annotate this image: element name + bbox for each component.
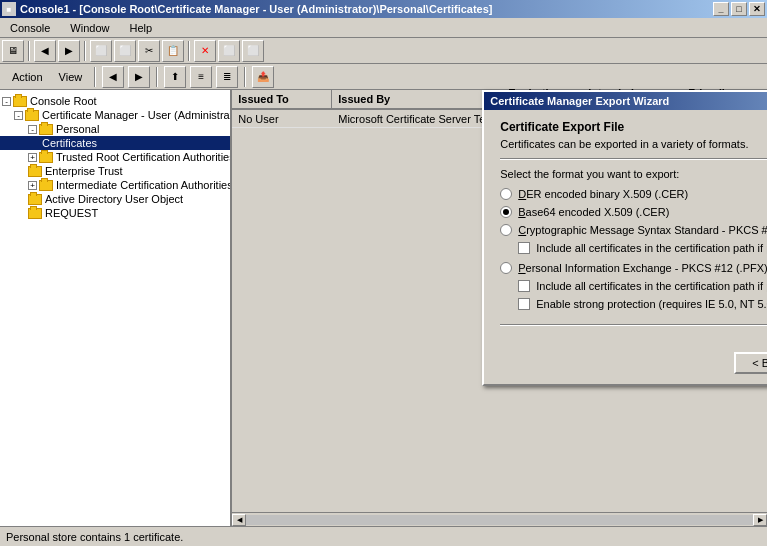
- checkbox-pfx-label2: Enable strong protection (requires IE 5.…: [536, 298, 767, 310]
- toolbar-icon-7[interactable]: ⬜: [242, 40, 264, 62]
- label-request: REQUEST: [45, 207, 98, 219]
- scroll-left-button[interactable]: ◀: [232, 514, 246, 526]
- folder-icon-console-root: [13, 96, 27, 107]
- folder-icon-active-directory: [28, 194, 42, 205]
- dialog-divider-1: [500, 158, 767, 160]
- label-console-root: Console Root: [30, 95, 97, 107]
- tree-item-intermediate-ca[interactable]: + Intermediate Certification Authorities: [0, 178, 230, 192]
- radio-item-pkcs7[interactable]: Cryptographic Message Syntax Standard - …: [500, 224, 767, 236]
- expander-personal[interactable]: -: [28, 125, 37, 134]
- menu-help[interactable]: Help: [123, 20, 158, 36]
- format-radio-group: DER encoded binary X.509 (.CER) Base64 e…: [500, 188, 767, 310]
- folder-icon-trusted-root: [39, 152, 53, 163]
- tree-item-certificates[interactable]: Certificates: [0, 136, 230, 150]
- toolbar-icon-4[interactable]: ✂: [138, 40, 160, 62]
- radio-base64-label: Base64 encoded X.509 (.CER): [518, 206, 669, 218]
- col-issued-by[interactable]: Issued By: [332, 90, 502, 108]
- toolbar-separator-2: [84, 41, 86, 61]
- toolbar-separator-3: [188, 41, 190, 61]
- window-title: Console1 - [Console Root\Certificate Man…: [20, 3, 492, 15]
- checkbox-pfx-box2[interactable]: [518, 298, 530, 310]
- tree-item-personal[interactable]: - Personal: [0, 122, 230, 136]
- toolbar-main: 🖥 ◀ ▶ ⬜ ⬜ ✂ 📋 ✕ ⬜ ⬜: [0, 38, 767, 64]
- dialog-divider-2: [500, 324, 767, 326]
- menu-console[interactable]: Console: [4, 20, 56, 36]
- radio-base64[interactable]: [500, 206, 512, 218]
- toolbar-separator-5: [156, 67, 158, 87]
- menu-window[interactable]: Window: [64, 20, 115, 36]
- cell-issued-by: Microsoft Certificate Server Test Group: [332, 113, 502, 125]
- status-text: Personal store contains 1 certificate.: [6, 531, 183, 543]
- action-menu[interactable]: Action: [6, 69, 49, 85]
- expander-console-root[interactable]: -: [2, 97, 11, 106]
- scroll-right-button[interactable]: ▶: [753, 514, 767, 526]
- tree-item-cert-manager[interactable]: - Certificate Manager - User (Administra…: [0, 108, 230, 122]
- toolbar-icon-6[interactable]: ⬜: [218, 40, 240, 62]
- checkbox-pfx-box1[interactable]: [518, 280, 530, 292]
- tree-item-enterprise-trust[interactable]: Enterprise Trust: [0, 164, 230, 178]
- label-enterprise-trust: Enterprise Trust: [45, 165, 123, 177]
- toolbar-icon-1[interactable]: 🖥: [2, 40, 24, 62]
- toolbar-separator-4: [94, 67, 96, 87]
- main-area: - Console Root - Certificate Manager - U…: [0, 90, 767, 526]
- view-menu[interactable]: View: [53, 69, 89, 85]
- radio-item-pfx[interactable]: Personal Information Exchange - PKCS #12…: [500, 262, 767, 274]
- minimize-button[interactable]: _: [713, 2, 729, 16]
- back-button[interactable]: < Back: [734, 352, 767, 374]
- left-panel: - Console Root - Certificate Manager - U…: [0, 90, 232, 526]
- toolbar-forward[interactable]: ▶: [58, 40, 80, 62]
- toolbar-forward2[interactable]: ▶: [128, 66, 150, 88]
- title-bar: ■ Console1 - [Console Root\Certificate M…: [0, 0, 767, 18]
- label-intermediate-ca: Intermediate Certification Authorities: [56, 179, 232, 191]
- checkbox-pkcs7-box[interactable]: [518, 242, 530, 254]
- folder-icon-enterprise-trust: [28, 166, 42, 177]
- label-trusted-root: Trusted Root Certification Authorities: [56, 151, 232, 163]
- cell-issued-to: No User: [232, 113, 332, 125]
- toolbar-icon-list[interactable]: ≡: [190, 66, 212, 88]
- folder-icon-cert-manager: [25, 110, 39, 121]
- toolbar-icon-up[interactable]: ⬆: [164, 66, 186, 88]
- toolbar-back2[interactable]: ◀: [102, 66, 124, 88]
- tree-item-request[interactable]: REQUEST: [0, 206, 230, 220]
- radio-der-label: DER encoded binary X.509 (.CER): [518, 188, 688, 200]
- folder-icon-personal: [39, 124, 53, 135]
- radio-item-der[interactable]: DER encoded binary X.509 (.CER): [500, 188, 767, 200]
- label-active-directory: Active Directory User Object: [45, 193, 183, 205]
- label-certificates: Certificates: [42, 137, 97, 149]
- tree-item-active-directory[interactable]: Active Directory User Object: [0, 192, 230, 206]
- col-issued-to[interactable]: Issued To: [232, 90, 332, 108]
- folder-icon-intermediate-ca: [39, 180, 53, 191]
- toolbar-icon-export[interactable]: 📤: [252, 66, 274, 88]
- expander-cert-manager[interactable]: -: [14, 111, 23, 120]
- toolbar-icon-details[interactable]: ≣: [216, 66, 238, 88]
- checkbox-pfx-label1: Include all certificates in the certific…: [536, 280, 767, 292]
- toolbar-delete[interactable]: ✕: [194, 40, 216, 62]
- maximize-button[interactable]: □: [731, 2, 747, 16]
- toolbar-separator-1: [28, 41, 30, 61]
- close-button[interactable]: ✕: [749, 2, 765, 16]
- toolbar-icon-2[interactable]: ⬜: [90, 40, 112, 62]
- checkbox-pfx-strong[interactable]: Enable strong protection (requires IE 5.…: [518, 298, 767, 310]
- export-wizard-dialog: Certificate Manager Export Wizard ? ✕ Ce…: [482, 90, 767, 386]
- checkbox-pfx-include[interactable]: Include all certificates in the certific…: [518, 280, 767, 292]
- checkbox-pkcs7-label: Include all certificates in the certific…: [536, 242, 767, 254]
- radio-item-base64[interactable]: Base64 encoded X.509 (.CER): [500, 206, 767, 218]
- toolbar-icon-5[interactable]: 📋: [162, 40, 184, 62]
- toolbar-separator-6: [244, 67, 246, 87]
- toolbar-back[interactable]: ◀: [34, 40, 56, 62]
- expander-trusted-root[interactable]: +: [28, 153, 37, 162]
- toolbar-icon-3[interactable]: ⬜: [114, 40, 136, 62]
- tree-item-trusted-root[interactable]: + Trusted Root Certification Authorities: [0, 150, 230, 164]
- label-cert-manager: Certificate Manager - User (Administrato…: [42, 109, 232, 121]
- dialog-section-title: Certificate Export File: [500, 120, 767, 134]
- scroll-track[interactable]: [246, 515, 753, 525]
- radio-pkcs7[interactable]: [500, 224, 512, 236]
- dialog-title-text: Certificate Manager Export Wizard: [490, 95, 669, 107]
- label-personal: Personal: [56, 123, 99, 135]
- radio-pfx[interactable]: [500, 262, 512, 274]
- radio-der[interactable]: [500, 188, 512, 200]
- dialog-content: Certificate Export File Certificates can…: [484, 110, 767, 342]
- checkbox-pkcs7-include[interactable]: Include all certificates in the certific…: [518, 242, 767, 254]
- expander-intermediate-ca[interactable]: +: [28, 181, 37, 190]
- tree-item-console-root[interactable]: - Console Root: [0, 94, 230, 108]
